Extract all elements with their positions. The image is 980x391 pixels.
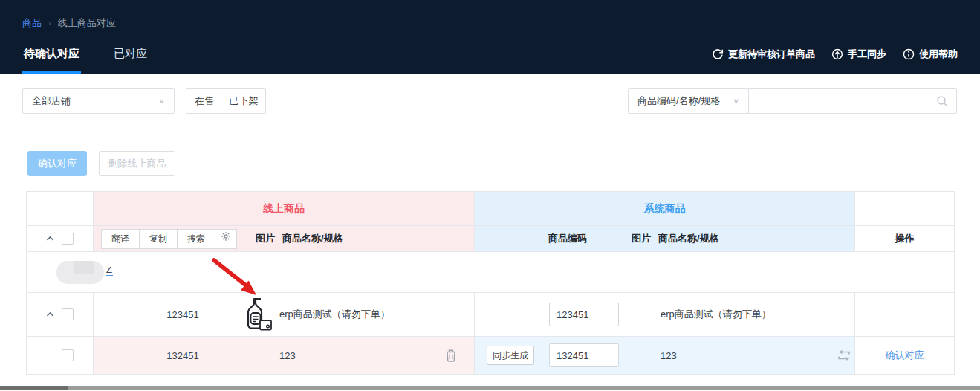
on-sale-filter-button[interactable]: 在售 [186,88,223,114]
window-bottom-edge [0,386,980,390]
row-select-cell [27,293,94,336]
header-actions: 更新待审核订单商品 手工同步 使用帮助 [712,48,958,61]
settings-button[interactable] [215,229,237,249]
row-checkbox[interactable] [62,349,74,361]
search-input[interactable] [749,89,956,113]
breadcrumb: 商品 › 线上商品对应 [22,16,116,30]
collapse-row-caret-icon[interactable] [46,311,54,317]
online-column-labels: 图片 商品名称/规格 [256,232,343,245]
gear-icon [221,230,231,248]
tab-mapped[interactable]: 已对应 [112,45,149,74]
online-group-title: 线上商品 [94,192,474,225]
app-header: 商品 › 线上商品对应 待确认对应 已对应 更新待审核订单商品 手工同步 使用帮… [0,0,980,74]
online-toolbar: 翻译 复制 搜索 [101,229,237,249]
system-name-column-label: 商品名称/规格 [658,232,719,245]
ops-group-header [855,192,954,225]
swap-arrows-icon[interactable] [836,349,852,363]
online-product-cell: 132451 123 [94,337,475,374]
select-all-checkbox[interactable] [62,233,74,245]
select-all-cell [27,226,94,251]
info-icon [903,48,915,60]
product-bottle-image-icon[interactable] [244,297,273,332]
row-ops-cell: 确认对应 [855,337,954,374]
breadcrumb-separator: › [48,19,51,28]
breadcrumb-section-link[interactable]: 商品 [22,16,42,30]
window-bottom-edge-dark [0,386,68,390]
bulk-confirm-mapping-button[interactable]: 确认对应 [27,151,87,176]
select-column-header [27,192,94,225]
system-product-name: 123 [661,350,677,361]
row-checkbox[interactable] [62,308,74,320]
system-product-name: erp商品测试（请勿下单） [661,308,771,321]
translate-button[interactable]: 翻译 [101,229,140,249]
search-products-button[interactable]: 搜索 [177,229,215,249]
table-group-header-row: 线上商品 系统商品 [27,192,954,226]
table-row: 132451 123 同步生成 123 确认对应 [27,337,954,375]
confirm-mapping-link[interactable]: 确认对应 [886,349,924,362]
sync-generate-button[interactable]: 同步生成 [487,346,534,365]
mapping-table: 线上商品 系统商品 翻译 复制 搜索 [26,191,955,375]
manual-sync-button[interactable]: 手工同步 [831,48,886,61]
system-code-input[interactable] [549,303,619,326]
online-product-code: 123451 [149,309,216,320]
ops-column-label: 操作 [855,226,954,251]
online-product-mapping-page: 商品 › 线上商品对应 待确认对应 已对应 更新待审核订单商品 手工同步 使用帮… [0,0,980,391]
row-select-cell [27,337,94,374]
search-type-select[interactable]: 商品编码/名称/规格 ∨ [628,88,749,114]
tab-pending-confirm[interactable]: 待确认对应 [22,45,81,74]
system-product-group-header: 系统商品 [475,192,855,225]
breadcrumb-current-page: 线上商品对应 [58,16,116,30]
online-columns-header: 翻译 复制 搜索 图片 商品名称/规格 [94,226,475,251]
collapse-all-caret-icon[interactable] [46,236,54,242]
tab-bar: 待确认对应 已对应 [22,45,149,74]
help-button[interactable]: 使用帮助 [903,48,958,61]
system-product-cell: erp商品测试（请勿下单） [475,293,855,336]
delete-trash-icon[interactable] [445,349,457,362]
system-image-column-label: 图片 [632,232,651,245]
table-column-header-row: 翻译 复制 搜索 图片 商品名称/规格 商品编码 图片 商品名称/规格 [27,226,954,252]
online-product-cell: 123451 erp商品测试（请勿下单） [94,293,475,336]
shop-group-row: ∠ [27,252,954,293]
shop-link-icon[interactable]: ∠ [106,265,113,276]
shop-select[interactable]: 全部店铺 ∨ [22,88,175,114]
system-code-column-label: 商品编码 [530,232,605,245]
online-name-column-label: 商品名称/规格 [282,232,343,245]
chevron-down-icon: ∨ [158,97,165,105]
copy-button[interactable]: 复制 [139,229,178,249]
system-code-input[interactable] [549,343,619,367]
system-product-cell: 同步生成 123 [475,337,855,374]
redacted-shop-name [56,261,104,284]
refresh-icon [712,48,724,60]
ops-column-header: 操作 [855,226,954,251]
row-ops-cell [855,293,954,336]
divider [22,132,958,132]
system-columns-header: 商品编码 图片 商品名称/规格 [475,226,855,251]
online-product-group-header: 线上商品 [94,192,475,225]
shop-select-value: 全部店铺 [32,94,71,108]
search-icon[interactable] [936,95,949,110]
search-box [748,88,957,114]
online-product-name: erp商品测试（请勿下单） [279,308,390,321]
online-product-name: 123 [279,350,296,361]
bulk-delete-online-product-button[interactable]: 删除线上商品 [99,151,175,176]
system-column-labels: 图片 商品名称/规格 [632,232,719,245]
search-type-value: 商品编码/名称/规格 [637,94,720,108]
online-product-code: 132451 [149,350,216,361]
off-shelf-filter-button[interactable]: 已下架 [222,88,266,114]
update-pending-orders-button[interactable]: 更新待审核订单商品 [712,48,815,61]
table-row: 123451 erp商品测试（请勿下单） erp商品测试（请勿下单） [27,293,954,337]
online-image-column-label: 图片 [256,232,275,245]
upload-sync-icon [831,48,843,60]
chevron-down-icon: ∨ [733,97,739,105]
system-group-title: 系统商品 [475,192,854,225]
